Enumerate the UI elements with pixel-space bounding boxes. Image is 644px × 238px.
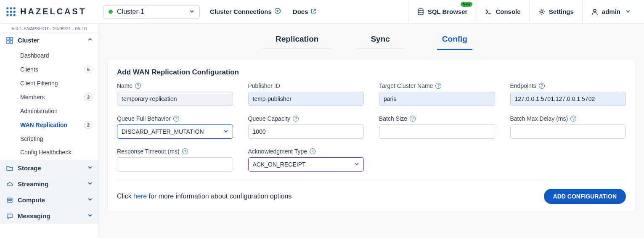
help-icon[interactable]: ? — [135, 83, 141, 89]
target-label: Target Cluster Name ? — [379, 82, 495, 89]
tab-config[interactable]: Config — [437, 31, 472, 50]
sidebar-section-compute[interactable]: Compute — [0, 192, 98, 208]
sidebar-item-clients[interactable]: Clients 5 — [0, 62, 98, 77]
link-label: Cluster Connections — [210, 8, 272, 15]
chevron-down-icon — [87, 181, 93, 187]
svg-rect-15 — [7, 41, 9, 43]
docs-link[interactable]: Docs — [293, 8, 317, 16]
sidebar-item-client-filtering[interactable]: Client Filtering — [0, 77, 98, 90]
endpoints-input[interactable] — [510, 92, 626, 106]
sidebar-item-members[interactable]: Members 3 — [0, 90, 98, 104]
chevron-down-icon — [625, 8, 631, 15]
link-label: Docs — [293, 8, 308, 15]
settings-button[interactable]: Settings — [529, 0, 582, 23]
brand-text: HAZELCAST — [20, 7, 86, 16]
sidebar-section-streaming[interactable]: Streaming — [0, 176, 98, 192]
console-button[interactable]: Console — [476, 0, 529, 23]
status-dot-icon — [109, 10, 113, 14]
cloud-icon — [6, 181, 13, 188]
message-icon — [6, 213, 13, 219]
response-timeout-input[interactable] — [117, 157, 233, 172]
chevron-down-icon — [87, 165, 93, 171]
panel-title: Add WAN Replication Configuration — [117, 68, 626, 77]
qcap-label: Queue Capacity ? — [248, 115, 364, 122]
count-badge: 5 — [84, 66, 93, 73]
endpoints-label: Endpoints ? — [510, 82, 626, 89]
chevron-down-icon — [87, 197, 93, 203]
count-badge: 2 — [84, 121, 93, 129]
svg-point-10 — [418, 8, 423, 10]
help-icon[interactable]: ? — [570, 116, 576, 122]
ack-label: Acknowledgment Type ? — [248, 148, 364, 155]
item-label: Dashboard — [20, 52, 49, 59]
help-icon[interactable]: ? — [435, 83, 441, 89]
batchsize-label: Batch Size ? — [379, 115, 495, 122]
batch-size-input[interactable] — [379, 124, 495, 139]
sidebar-item-config-healthcheck[interactable]: Config Healthcheck — [0, 145, 98, 159]
sql-browser-label: SQL Browser — [428, 8, 468, 15]
batch-delay-input[interactable] — [510, 124, 626, 139]
plus-circle-icon — [274, 8, 281, 16]
sidebar-section-messaging[interactable]: Messaging — [0, 208, 98, 224]
svg-rect-4 — [10, 11, 12, 13]
version-text: 5.0.1-SNAPSHOT - 20/09/21 - 05:10 — [0, 24, 98, 32]
select-value: ACK_ON_RECEIPT — [253, 161, 306, 168]
chevron-down-icon — [354, 161, 359, 168]
help-icon[interactable]: ? — [293, 116, 299, 122]
name-input[interactable] — [117, 92, 233, 106]
chevron-down-icon — [87, 213, 93, 219]
target-cluster-input[interactable] — [379, 92, 495, 106]
sidebar-item-administration[interactable]: Administration — [0, 104, 98, 118]
gear-icon — [538, 8, 546, 16]
cluster-selector[interactable]: Cluster-1 — [103, 5, 200, 19]
folder-icon — [6, 165, 13, 172]
item-label: Config Healthcheck — [20, 149, 71, 156]
svg-rect-0 — [7, 7, 9, 9]
help-icon[interactable]: ? — [310, 148, 315, 154]
item-label: Scripting — [20, 135, 43, 142]
section-label: Streaming — [18, 180, 48, 188]
sidebar-section-storage[interactable]: Storage — [0, 160, 98, 176]
sidebar-item-wan-replication[interactable]: WAN Replication 2 — [0, 118, 98, 132]
item-label: Administration — [20, 108, 58, 114]
tab-sync[interactable]: Sync — [366, 31, 395, 50]
sql-browser-button[interactable]: New SQL Browser — [408, 0, 476, 23]
qfb-label: Queue Full Behavior ? — [117, 115, 233, 122]
queue-capacity-input[interactable] — [248, 124, 364, 139]
item-label: Client Filtering — [20, 80, 58, 87]
add-configuration-button[interactable]: ADD CONFIGURATION — [544, 189, 626, 204]
item-label: WAN Replication — [20, 122, 67, 128]
section-label: Messaging — [18, 212, 50, 219]
grid-icon — [6, 37, 13, 44]
user-menu[interactable]: admin — [582, 0, 639, 23]
cluster-connections-link[interactable]: Cluster Connections — [210, 8, 281, 16]
chevron-down-icon — [189, 8, 194, 16]
brand-logo: HAZELCAST — [5, 6, 95, 18]
user-icon — [591, 8, 599, 16]
svg-rect-16 — [10, 41, 13, 43]
svg-rect-5 — [13, 11, 16, 13]
ack-type-select[interactable]: ACK_ON_RECEIPT — [248, 157, 364, 172]
rtimeout-label: Response Timeout (ms) ? — [117, 148, 233, 155]
help-icon[interactable]: ? — [173, 116, 179, 122]
hazelcast-icon — [5, 6, 17, 18]
tab-replication[interactable]: Replication — [270, 31, 323, 50]
svg-rect-18 — [7, 201, 12, 202]
console-label: Console — [496, 8, 520, 15]
name-label: Name ? — [117, 82, 233, 89]
queue-full-behavior-select[interactable]: DISCARD_AFTER_MUTATION — [117, 124, 233, 139]
publisher-input[interactable] — [248, 92, 364, 106]
help-icon[interactable]: ? — [539, 83, 545, 89]
sidebar-item-scripting[interactable]: Scripting — [0, 132, 98, 145]
svg-rect-8 — [13, 14, 16, 16]
settings-label: Settings — [549, 8, 574, 15]
chevron-up-icon — [87, 37, 93, 43]
help-icon[interactable]: ? — [182, 148, 188, 154]
terminal-icon — [485, 8, 492, 16]
svg-rect-2 — [13, 7, 16, 9]
help-icon[interactable]: ? — [410, 116, 416, 122]
footer-link[interactable]: here — [133, 193, 147, 200]
sidebar-section-cluster[interactable]: Cluster — [0, 32, 98, 48]
footer-text: Click here for more information about co… — [117, 193, 292, 200]
sidebar-item-dashboard[interactable]: Dashboard — [0, 49, 98, 62]
